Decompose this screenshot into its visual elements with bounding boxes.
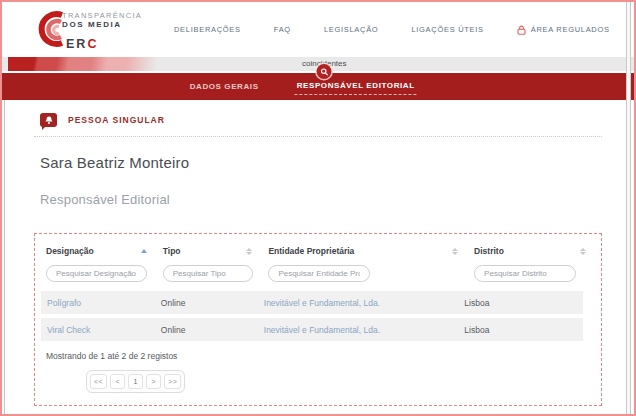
table-header-row: Designação Tipo Entidade Proprietária Di… [40,242,596,259]
logo-erc-text: ERC [66,37,98,51]
logo-erc-er: ER [66,37,87,51]
column-header-designacao[interactable]: Designação [40,242,157,259]
results-table: Designação Tipo Entidade Proprietária Di… [34,233,602,406]
column-header-tipo[interactable]: Tipo [157,242,263,259]
row-tipo: Online [155,291,258,314]
column-label: Entidade Proprietária [268,246,354,256]
filter-designacao-input[interactable] [46,265,147,282]
pagination-page-1-button[interactable]: 1 [128,374,143,389]
logo-line-dos-media: DOS MEDIA [62,20,142,30]
logo-line-transparencia: TRANSPARÊNCIA [62,11,142,20]
app-window: TRANSPARÊNCIA DOS MEDIA ERC DELIBERAÇÕES… [0,0,636,416]
row-distrito: Lisboa [458,291,583,314]
nav-faq[interactable]: FAQ [274,25,291,34]
filter-tipo-input[interactable] [163,265,253,282]
column-label: Distrito [474,246,504,256]
vertical-scrollbar[interactable] [626,2,631,414]
person-bell-badge-icon [40,113,57,127]
search-button[interactable] [317,64,332,79]
nav-deliberacoes[interactable]: DELIBERAÇÕES [174,25,241,34]
table-filter-row [40,259,596,291]
pagination-last-button[interactable]: >> [164,374,181,389]
sort-neutral-icon [452,248,458,255]
nav-area-regulados[interactable]: ÁREA REGULADOS [517,25,610,35]
nav-area-regulados-label: ÁREA REGULADOS [531,25,610,34]
table-row: Polígrafo Online Inevitável e Fundamenta… [41,291,583,314]
results-summary: Mostrando de 1 até 2 de 2 registos [46,350,196,363]
main-navigation: DELIBERAÇÕES FAQ LEGISLAÇÃO LIGAÇÕES ÚTE… [174,25,610,35]
section-tabbar: DADOS GERAIS RESPONSÁVEL EDITORIAL [2,73,634,100]
column-label: Designação [46,246,94,256]
nav-ligacoes-uteis[interactable]: LIGAÇÕES ÚTEIS [411,25,483,34]
lock-icon [517,25,526,35]
search-icon [320,68,328,76]
sort-ascending-icon [141,249,147,253]
sort-neutral-icon [246,248,252,255]
tab-responsavel-editorial[interactable]: RESPONSÁVEL EDITORIAL [295,78,417,95]
row-entidade-link[interactable]: Inevitável e Fundamental, Lda. [264,325,380,335]
table-row: Viral Check Online Inevitável e Fundamen… [41,318,583,341]
row-tipo: Online [155,318,258,341]
filter-distrito-input[interactable] [474,265,576,282]
main-content: PESSOA SINGULAR Sara Beatriz Monteiro Re… [2,113,634,406]
section-subtitle: Responsável Editorial [40,192,602,207]
row-designacao-link[interactable]: Viral Check [47,325,90,335]
pagination-next-button[interactable]: > [146,374,161,389]
nav-legislacao[interactable]: LEGISLAÇÃO [324,25,379,34]
entity-type-label: PESSOA SINGULAR [68,115,165,125]
pagination-first-button[interactable]: << [90,374,107,389]
erc-logo[interactable]: TRANSPARÊNCIA DOS MEDIA ERC [36,7,174,53]
row-entidade-link[interactable]: Inevitável e Fundamental, Lda. [264,298,380,308]
entity-type-row: PESSOA SINGULAR [34,113,602,137]
tab-dados-gerais[interactable]: DADOS GERAIS [188,79,261,95]
filter-entidade-input[interactable] [268,265,370,282]
column-header-entidade-proprietaria[interactable]: Entidade Proprietária [262,242,468,259]
pagination: << < 1 > >> [86,370,185,393]
row-designacao-link[interactable]: Polígrafo [47,298,81,308]
row-distrito: Lisboa [458,318,583,341]
logo-erc-c: C [87,37,98,51]
site-header: TRANSPARÊNCIA DOS MEDIA ERC DELIBERAÇÕES… [2,2,634,57]
page-title: Sara Beatriz Monteiro [40,154,602,171]
tabs-group: DADOS GERAIS RESPONSÁVEL EDITORIAL [188,73,417,100]
column-header-distrito[interactable]: Distrito [468,242,596,259]
pagination-prev-button[interactable]: < [110,374,125,389]
sort-neutral-icon [580,248,586,255]
column-label: Tipo [163,246,181,256]
